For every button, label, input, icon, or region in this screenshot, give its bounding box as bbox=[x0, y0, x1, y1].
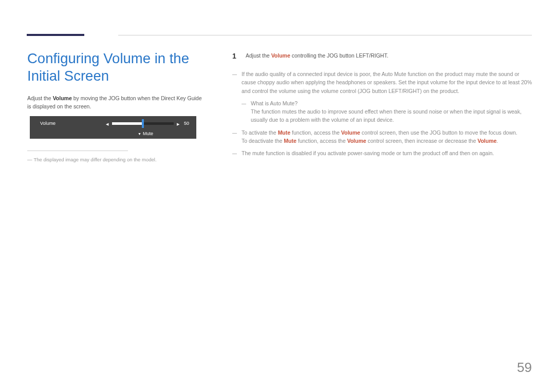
footnote-dash: ― bbox=[27, 156, 32, 163]
n2b-t3: control screen, then increase or decreas… bbox=[366, 138, 478, 144]
note-what-is: What is Auto Mute? The function mutes th… bbox=[242, 99, 533, 124]
n2b-hl3: Volume bbox=[477, 138, 496, 144]
osd-volume-value: 50 bbox=[184, 120, 189, 127]
osd-volume-label: Volume bbox=[40, 120, 55, 127]
step-1: 1 Adjust the Volume controlling the JOG … bbox=[232, 51, 533, 62]
triangle-down-icon: ▼ bbox=[138, 132, 141, 137]
n2b-t1: To deactivate the bbox=[242, 138, 284, 144]
header-accent-bar bbox=[27, 34, 84, 36]
osd-mute-label: Mute bbox=[143, 130, 153, 138]
note-body: If the audio quality of a connected inpu… bbox=[242, 70, 533, 95]
note-disabled: The mute function is disabled if you act… bbox=[232, 149, 533, 157]
n2-t2: function, access the bbox=[290, 129, 341, 136]
intro-paragraph: Adjust the Volume by moving the JOG butt… bbox=[27, 95, 206, 111]
left-divider bbox=[27, 151, 128, 151]
triangle-right-icon: ▶ bbox=[177, 122, 179, 127]
note-body: What is Auto Mute? The function mutes th… bbox=[251, 99, 533, 124]
osd-slider-fill bbox=[112, 122, 143, 125]
footnote: ― The displayed image may differ dependi… bbox=[27, 156, 157, 163]
step-t2: controlling the JOG button LEFT/RIGHT. bbox=[290, 52, 388, 59]
note-dash-icon bbox=[232, 129, 237, 146]
note-body: The mute function is disabled if you act… bbox=[242, 149, 533, 157]
n2b-hl1: Mute bbox=[284, 138, 297, 144]
header-rule bbox=[118, 35, 532, 35]
n2-hl2: Volume bbox=[341, 129, 360, 136]
n2-hl1: Mute bbox=[278, 129, 291, 136]
osd-slider-thumb bbox=[142, 119, 144, 128]
note-auto-mute: If the audio quality of a connected inpu… bbox=[232, 70, 533, 95]
intro-bold: Volume bbox=[53, 95, 72, 101]
note-answer: The function mutes the audio to improve … bbox=[251, 108, 522, 123]
note-dash-icon bbox=[232, 150, 237, 158]
note-activate-mute: To activate the Mute function, access th… bbox=[232, 128, 533, 145]
page-title: Configuring Volume in the Initial Screen bbox=[27, 50, 212, 85]
note-body: To activate the Mute function, access th… bbox=[242, 128, 533, 145]
triangle-left-icon: ◀ bbox=[106, 122, 108, 127]
step-t1: Adjust the bbox=[246, 52, 271, 59]
n2b-t4: . bbox=[496, 138, 498, 144]
step-text: Adjust the Volume controlling the JOG bu… bbox=[246, 51, 388, 62]
note-dash-icon bbox=[232, 70, 237, 96]
right-column: 1 Adjust the Volume controlling the JOG … bbox=[232, 51, 533, 161]
step-number: 1 bbox=[232, 51, 238, 62]
n2b-hl2: Volume bbox=[347, 138, 366, 144]
note-question: What is Auto Mute? bbox=[251, 100, 298, 106]
page-number: 59 bbox=[517, 358, 532, 378]
n2b-t2: function, access the bbox=[297, 138, 347, 144]
note-dash-icon bbox=[242, 100, 247, 125]
n2-t3: control screen, then use the JOG button … bbox=[360, 129, 517, 136]
footnote-text: The displayed image may differ depending… bbox=[33, 157, 156, 162]
step-hl: Volume bbox=[271, 52, 290, 59]
n2-t1: To activate the bbox=[242, 129, 278, 136]
intro-pre: Adjust the bbox=[27, 95, 53, 101]
osd-panel: Volume ◀ ▶ 50 ▼ Mute bbox=[30, 116, 196, 139]
